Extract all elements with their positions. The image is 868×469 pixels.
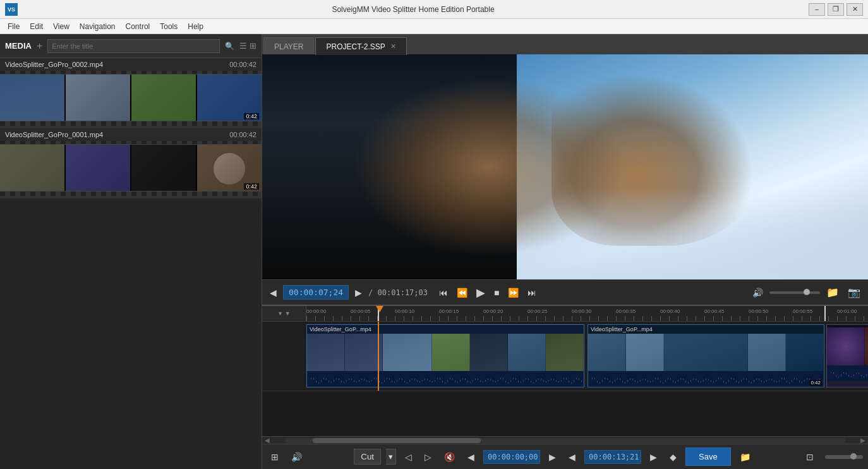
media-thumb-duration: 0:42 [244, 183, 259, 190]
waveform [827, 365, 868, 381]
scroll-left-button[interactable]: ◀ [262, 437, 272, 444]
play-to-mark-button[interactable]: ▷ [421, 451, 435, 463]
next-frame-button[interactable]: ▶ [353, 286, 365, 299]
timeline-clip[interactable]: VideoSplitter_GoP...mp4 [306, 324, 584, 387]
tab-close-icon[interactable]: ✕ [390, 42, 396, 51]
media-panel: MEDIA + 🔍 ☰ ⊞ VideoSplitter_GoPro_0002.m… [0, 34, 262, 469]
list-view-button[interactable]: ☰ [239, 41, 247, 51]
frame-forward-button[interactable]: ⏩ [505, 286, 521, 299]
timeline-area: ▼ ▼ 00:00:00 00:00:05 00:00:10 00:00:15 … [262, 305, 868, 444]
cut-dropdown-button[interactable]: ▾ [386, 449, 396, 465]
player-tabs: PLAYER PROJECT-2.SSP ✕ [262, 34, 868, 54]
tab-player[interactable]: PLAYER [263, 37, 314, 55]
media-content: VideoSplitter_GoPro_0002.mp4 00:00:42 [0, 58, 262, 469]
menu-help[interactable]: Help [183, 21, 208, 32]
title-bar: VS SolveigMM Video Splitter Home Edition… [0, 0, 868, 19]
app-logo: VS [5, 3, 18, 16]
grid-view-button[interactable]: ⊞ [250, 41, 256, 51]
waveform [588, 371, 824, 387]
tab-project[interactable]: PROJECT-2.SSP ✕ [315, 37, 406, 55]
bottom-controls: ⊞ 🔊 Cut ▾ ◁ ▷ 🔇 ◀ 00:00:00;00 ▶ ◀ 00:00:… [262, 444, 868, 469]
step-back-button[interactable]: ⏮ [437, 286, 450, 299]
mark-in-button[interactable]: ◁ [401, 451, 416, 463]
next-mark2-button[interactable]: ▶ [646, 451, 661, 463]
main-layout: MEDIA + 🔍 ☰ ⊞ VideoSplitter_GoPro_0002.m… [0, 34, 868, 469]
search-input[interactable] [47, 39, 220, 53]
video-canvas [262, 54, 868, 279]
volume-icon[interactable]: 🔊 [750, 286, 766, 299]
add-media-button[interactable]: + [37, 40, 42, 52]
current-time-display: 00:00:07;24 [283, 285, 349, 300]
menu-control[interactable]: Control [121, 21, 155, 32]
waveform [307, 371, 584, 387]
folder2-button[interactable]: 📁 [736, 451, 754, 463]
media-item[interactable]: VideoSplitter_GoPro_0002.mp4 00:00:42 [0, 58, 262, 128]
right-panel: PLAYER PROJECT-2.SSP ✕ [262, 34, 868, 469]
prev-frame-button[interactable]: ◀ [267, 286, 279, 299]
stop-button[interactable]: ■ [491, 286, 502, 299]
play-button[interactable]: ▶ [474, 284, 488, 301]
mark-icon[interactable]: ◆ [666, 451, 680, 463]
media-item[interactable]: VideoSplitter_GoPro_0001.mp4 00:00:42 [0, 128, 262, 198]
video-track: VideoSplitter_GoP...mp4 [262, 322, 868, 391]
minimize-button[interactable]: − [809, 3, 825, 16]
timeline-clip[interactable]: VideoSplitter_GoP...mp4 0:42 [588, 324, 824, 387]
clip-duration-badge: 0:42 [809, 380, 822, 386]
snapshot-button[interactable]: 📷 [845, 285, 863, 300]
scroll-right-button[interactable]: ▶ [858, 437, 868, 444]
mark-in-time[interactable]: 00:00:00;00 [483, 450, 540, 464]
menu-navigation[interactable]: Navigation [75, 21, 121, 32]
media-item-duration: 00:00:42 [229, 131, 256, 138]
prev-mark2-button[interactable]: ◀ [565, 451, 579, 463]
menu-bar: File Edit View Navigation Control Tools … [0, 19, 868, 34]
scroll-thumb[interactable] [313, 438, 481, 443]
timeline-clip[interactable] [826, 324, 868, 387]
timeline-zoom-button[interactable]: ⊞ [267, 451, 282, 463]
menu-view[interactable]: View [48, 21, 75, 32]
step-forward-button[interactable]: ⏭ [525, 286, 539, 299]
window-controls: − ❐ ✕ [809, 3, 863, 16]
timeline-scrollbar[interactable]: ◀ ▶ [262, 436, 868, 444]
media-item-name: VideoSplitter_GoPro_0002.mp4 [5, 61, 103, 68]
mark-out-time[interactable]: 00:00:13;21 [584, 450, 641, 464]
video-display [262, 54, 868, 279]
save-button[interactable]: Save [685, 448, 731, 466]
search-icon[interactable]: 🔍 [225, 42, 234, 51]
folder-button[interactable]: 📁 [824, 285, 841, 300]
menu-tools[interactable]: Tools [155, 21, 183, 32]
media-item-duration: 00:00:42 [229, 61, 256, 68]
horizontal-scrollbar[interactable] [285, 438, 845, 443]
app-title: SolveigMM Video Splitter Home Edition Po… [18, 5, 809, 14]
timeline-ruler-bar: ▼ ▼ 00:00:00 00:00:05 00:00:10 00:00:15 … [262, 306, 868, 322]
volume-slider[interactable] [769, 291, 820, 294]
media-item-name: VideoSplitter_GoPro_0001.mp4 [5, 131, 103, 138]
frame-back-button[interactable]: ⏪ [454, 286, 470, 299]
close-button[interactable]: ✕ [847, 3, 863, 16]
player-area: ◀ 00:00:07;24 ▶ / 00:01:17;03 ⏮ ⏪ ▶ ■ ⏩ … [262, 54, 868, 305]
cut-button[interactable]: Cut [354, 449, 381, 465]
media-title: MEDIA [5, 41, 32, 51]
total-time-display: / 00:01:17;03 [368, 288, 428, 297]
playhead[interactable] [378, 322, 379, 391]
prev-mark-button[interactable]: ◀ [464, 451, 478, 463]
fullscreen-button[interactable]: ⊡ [802, 451, 817, 463]
clip-header: VideoSplitter_GoP...mp4 [307, 325, 584, 334]
restore-button[interactable]: ❐ [828, 3, 844, 16]
media-thumb-duration: 0:42 [244, 113, 259, 119]
next-mark-button[interactable]: ▶ [545, 451, 560, 463]
player-controls: ◀ 00:00:07;24 ▶ / 00:01:17;03 ⏮ ⏪ ▶ ■ ⏩ … [262, 279, 868, 305]
media-header: MEDIA + 🔍 ☰ ⊞ [0, 34, 262, 58]
menu-edit[interactable]: Edit [25, 21, 48, 32]
audio-button[interactable]: 🔊 [287, 451, 306, 463]
menu-file[interactable]: File [3, 21, 25, 32]
mute-button[interactable]: 🔇 [440, 451, 459, 463]
timeline-tracks: VideoSplitter_GoP...mp4 [262, 322, 868, 436]
clip-header: VideoSplitter_GoP...mp4 [588, 325, 824, 334]
